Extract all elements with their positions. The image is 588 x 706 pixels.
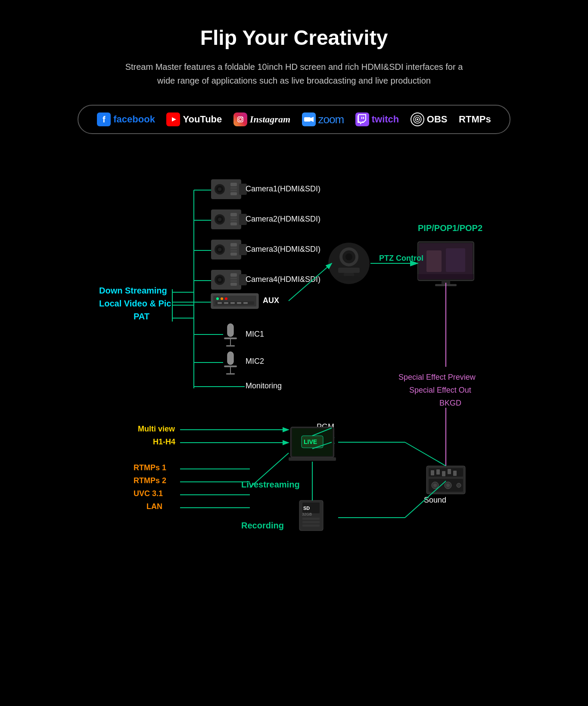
svg-point-62 bbox=[345, 253, 352, 260]
svg-text:Special Effect Out: Special Effect Out bbox=[409, 386, 471, 394]
svg-text:32GB: 32GB bbox=[302, 512, 312, 516]
svg-rect-24 bbox=[230, 183, 237, 186]
svg-rect-91 bbox=[243, 302, 248, 304]
obs-icon bbox=[411, 112, 424, 126]
svg-text:Camera1(HDMI&SDI): Camera1(HDMI&SDI) bbox=[246, 184, 320, 193]
diagram-svg: Camera1(HDMI&SDI) Camera2(HDMI&SDI) bbox=[78, 156, 510, 565]
svg-text:Monitoring: Monitoring bbox=[246, 381, 282, 390]
svg-rect-27 bbox=[230, 192, 237, 195]
svg-rect-45 bbox=[230, 247, 237, 249]
svg-point-65 bbox=[336, 276, 362, 281]
svg-text:SD: SD bbox=[303, 506, 310, 511]
platform-zoom: zoom bbox=[302, 112, 344, 126]
svg-text:Local Video & Pic: Local Video & Pic bbox=[99, 299, 171, 308]
svg-rect-46 bbox=[230, 250, 237, 252]
svg-rect-101 bbox=[227, 324, 233, 337]
svg-rect-63 bbox=[338, 268, 360, 273]
svg-rect-34 bbox=[230, 213, 237, 216]
platform-facebook: f facebook bbox=[97, 112, 155, 126]
svg-point-83 bbox=[216, 297, 219, 300]
svg-text:PIP/POP1/POP2: PIP/POP1/POP2 bbox=[418, 223, 482, 233]
svg-text:Sound: Sound bbox=[424, 496, 446, 504]
svg-point-132 bbox=[433, 484, 437, 487]
svg-rect-25 bbox=[230, 187, 237, 189]
svg-rect-164 bbox=[302, 525, 320, 527]
svg-line-169 bbox=[405, 442, 446, 466]
platform-twitch: twitch bbox=[355, 112, 399, 126]
svg-point-135 bbox=[457, 483, 461, 487]
svg-rect-37 bbox=[230, 222, 237, 225]
svg-text:Camera2(HDMI&SDI): Camera2(HDMI&SDI) bbox=[246, 215, 320, 223]
zoom-label: zoom bbox=[318, 113, 344, 126]
svg-rect-70 bbox=[418, 274, 474, 279]
svg-rect-126 bbox=[436, 469, 440, 475]
twitch-icon bbox=[355, 112, 369, 126]
svg-rect-129 bbox=[453, 471, 457, 476]
svg-rect-10 bbox=[363, 117, 364, 119]
zoom-icon bbox=[302, 112, 316, 126]
svg-rect-105 bbox=[226, 345, 235, 347]
twitch-label: twitch bbox=[372, 114, 399, 125]
svg-rect-87 bbox=[218, 302, 222, 304]
svg-rect-162 bbox=[302, 518, 320, 520]
svg-text:PTZ Control: PTZ Control bbox=[379, 254, 423, 262]
svg-point-43 bbox=[218, 248, 221, 251]
svg-rect-2 bbox=[236, 115, 245, 124]
svg-rect-54 bbox=[230, 273, 237, 277]
svg-rect-163 bbox=[302, 521, 320, 523]
svg-text:PAT: PAT bbox=[134, 312, 149, 321]
obs-label: OBS bbox=[427, 114, 448, 125]
svg-text:Down Streaming: Down Streaming bbox=[99, 286, 167, 295]
facebook-icon: f bbox=[97, 112, 111, 126]
svg-rect-127 bbox=[442, 471, 445, 476]
platform-rtmps: RTMPs bbox=[459, 114, 491, 125]
svg-point-13 bbox=[417, 119, 418, 120]
page-subtitle: Stream Master features a foldable 10inch… bbox=[122, 60, 467, 87]
svg-rect-110 bbox=[224, 365, 237, 367]
svg-text:AUX: AUX bbox=[263, 296, 279, 305]
svg-rect-69 bbox=[446, 248, 465, 272]
svg-text:LIVE: LIVE bbox=[304, 438, 317, 445]
platform-bar: f facebook YouTube Instagram zoom bbox=[78, 105, 510, 134]
svg-point-84 bbox=[221, 297, 223, 300]
svg-text:UVC 3.1: UVC 3.1 bbox=[134, 489, 163, 498]
svg-rect-57 bbox=[230, 283, 237, 286]
svg-text:Special Effect Preview: Special Effect Preview bbox=[398, 373, 476, 381]
svg-rect-64 bbox=[344, 273, 354, 276]
svg-rect-36 bbox=[230, 220, 237, 222]
svg-text:BKGD: BKGD bbox=[439, 399, 461, 407]
svg-rect-157 bbox=[289, 457, 336, 461]
svg-rect-55 bbox=[230, 278, 237, 279]
svg-rect-90 bbox=[237, 302, 241, 304]
svg-rect-47 bbox=[230, 253, 237, 256]
youtube-label: YouTube bbox=[183, 114, 222, 125]
svg-point-33 bbox=[218, 218, 221, 221]
svg-rect-128 bbox=[448, 469, 451, 474]
svg-text:Camera3(HDMI&SDI): Camera3(HDMI&SDI) bbox=[246, 245, 320, 253]
svg-text:MIC2: MIC2 bbox=[246, 357, 264, 365]
header-section: Flip Your Creativity Stream Master featu… bbox=[78, 26, 510, 87]
svg-rect-35 bbox=[230, 217, 237, 219]
instagram-label: Instagram bbox=[250, 114, 290, 125]
svg-rect-103 bbox=[224, 337, 237, 339]
svg-rect-82 bbox=[213, 296, 256, 306]
svg-text:Multi view: Multi view bbox=[138, 425, 175, 433]
svg-text:Recording: Recording bbox=[241, 521, 284, 530]
youtube-icon bbox=[166, 112, 180, 126]
svg-text:Livestreaming: Livestreaming bbox=[241, 480, 300, 489]
svg-rect-7 bbox=[304, 117, 311, 122]
svg-rect-44 bbox=[230, 243, 237, 247]
svg-rect-108 bbox=[227, 352, 233, 365]
svg-rect-56 bbox=[230, 280, 237, 282]
svg-point-134 bbox=[446, 484, 450, 487]
svg-rect-88 bbox=[224, 302, 228, 304]
platform-obs: OBS bbox=[411, 112, 448, 126]
svg-rect-68 bbox=[426, 250, 442, 272]
svg-text:LAN: LAN bbox=[146, 502, 162, 511]
svg-point-23 bbox=[218, 187, 221, 191]
svg-text:RTMPs 2: RTMPs 2 bbox=[134, 476, 166, 485]
diagram-container: Camera1(HDMI&SDI) Camera2(HDMI&SDI) bbox=[78, 156, 510, 565]
svg-point-85 bbox=[225, 297, 227, 300]
platform-instagram: Instagram bbox=[233, 112, 290, 126]
svg-point-5 bbox=[242, 117, 243, 118]
